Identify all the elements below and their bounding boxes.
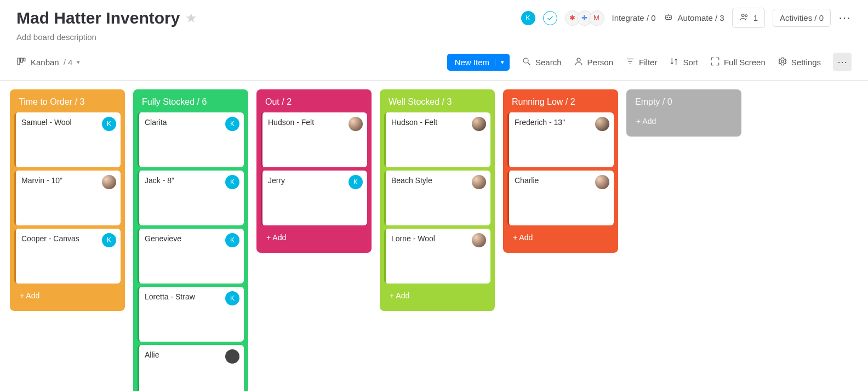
- svg-line-10: [528, 63, 530, 65]
- kanban-card[interactable]: JerryK: [261, 171, 367, 225]
- assignee-avatar[interactable]: K: [225, 233, 239, 247]
- assignee-avatar[interactable]: K: [349, 175, 363, 189]
- card-title: Hudson - Felt: [268, 118, 314, 127]
- assignee-avatar[interactable]: K: [102, 117, 116, 131]
- filter-label: Filter: [639, 58, 657, 67]
- assignee-avatar[interactable]: K: [225, 291, 239, 305]
- svg-rect-0: [665, 15, 671, 20]
- add-card-button[interactable]: + Add: [631, 112, 737, 130]
- add-card-button[interactable]: + Add: [384, 287, 490, 304]
- new-item-button[interactable]: New Item ▾: [447, 54, 510, 71]
- add-card-button[interactable]: + Add: [261, 229, 367, 246]
- kanban-board: Time to Order / 3Samuel - WoolKMarvin - …: [0, 81, 868, 391]
- kanban-card[interactable]: Lorne - Wool: [384, 229, 490, 284]
- activities-label: Activities / 0: [780, 13, 824, 22]
- integration-icon-3[interactable]: M: [589, 10, 604, 26]
- column-title[interactable]: Well Stocked / 3: [384, 95, 490, 112]
- search-tool[interactable]: Search: [522, 56, 562, 68]
- kanban-card[interactable]: GenevieveK: [138, 229, 244, 284]
- svg-point-9: [523, 58, 528, 63]
- kanban-column: Fully Stocked / 6ClaritaKJack - 8"KGenev…: [133, 89, 248, 391]
- gear-icon: [778, 56, 787, 68]
- kanban-card[interactable]: Hudson - Felt: [384, 112, 490, 167]
- chevron-down-icon[interactable]: ▾: [495, 59, 504, 66]
- view-switcher[interactable]: Kanban / 4 ▾: [16, 56, 80, 68]
- column-title[interactable]: Fully Stocked / 6: [138, 95, 244, 112]
- members-count: 1: [753, 13, 758, 22]
- kanban-card[interactable]: Beach Style: [384, 171, 490, 225]
- column-title[interactable]: Time to Order / 3: [14, 95, 121, 112]
- add-card-button[interactable]: + Add: [507, 229, 614, 246]
- favorite-star-icon[interactable]: ★: [185, 10, 197, 26]
- last-seen-icon[interactable]: [543, 11, 557, 25]
- assignee-avatar[interactable]: [472, 233, 486, 247]
- card-title: Jack - 8": [145, 176, 174, 185]
- svg-point-4: [741, 14, 744, 17]
- toolbar-right: New Item ▾ Search Person Filter Sort: [447, 53, 852, 71]
- kanban-card[interactable]: Samuel - WoolK: [14, 112, 121, 167]
- filter-tool[interactable]: Filter: [625, 56, 657, 68]
- svg-rect-8: [24, 58, 25, 61]
- assignee-avatar[interactable]: [595, 175, 609, 189]
- assignee-avatar[interactable]: K: [225, 175, 239, 189]
- kanban-card[interactable]: Loretta - StrawK: [138, 287, 244, 342]
- assignee-avatar[interactable]: [595, 117, 609, 131]
- board-title[interactable]: Mad Hatter Inventory: [16, 9, 180, 27]
- column-title[interactable]: Empty / 0: [631, 95, 737, 112]
- activities-button[interactable]: Activities / 0: [773, 9, 831, 27]
- person-tool[interactable]: Person: [574, 56, 614, 68]
- sort-tool[interactable]: Sort: [669, 56, 698, 68]
- assignee-avatar[interactable]: K: [102, 233, 116, 247]
- chevron-down-icon: ▾: [77, 59, 80, 66]
- assignee-avatar[interactable]: [472, 175, 486, 189]
- kanban-column: Empty / 0+ Add: [626, 89, 741, 137]
- column-title[interactable]: Out / 2: [261, 95, 367, 112]
- title-row: Mad Hatter Inventory ★ K ✱ ✚ M Integrate…: [16, 8, 852, 28]
- fullscreen-tool[interactable]: Full Screen: [710, 56, 766, 68]
- robot-icon: [664, 12, 673, 24]
- kanban-card[interactable]: Jack - 8"K: [138, 171, 244, 225]
- card-title: Lorne - Wool: [391, 234, 435, 243]
- column-title[interactable]: Running Low / 2: [507, 95, 614, 112]
- user-avatar[interactable]: K: [521, 11, 535, 25]
- more-header-icon[interactable]: ⋯: [838, 11, 852, 25]
- card-title: Jerry: [268, 176, 285, 185]
- assignee-avatar[interactable]: [349, 117, 363, 131]
- view-label: Kanban: [31, 58, 59, 67]
- fullscreen-icon: [710, 56, 720, 68]
- board-toolbar: Kanban / 4 ▾ New Item ▾ Search Person Fi…: [0, 42, 868, 81]
- kanban-icon: [16, 56, 26, 68]
- card-title: Frederich - 13": [515, 118, 565, 127]
- fullscreen-label: Full Screen: [724, 58, 766, 67]
- svg-point-5: [745, 15, 747, 17]
- add-card-button[interactable]: + Add: [14, 287, 121, 304]
- kanban-card[interactable]: Hudson - Felt: [261, 112, 367, 167]
- integration-icons: ✱ ✚ M: [565, 10, 604, 26]
- more-toolbar-button[interactable]: ⋯: [833, 53, 852, 71]
- card-title: Samuel - Wool: [21, 118, 72, 127]
- svg-point-2: [669, 17, 670, 18]
- assignee-avatar[interactable]: [225, 349, 239, 364]
- people-icon: [739, 12, 749, 24]
- kanban-card[interactable]: ClaritaK: [138, 112, 244, 167]
- kanban-card[interactable]: Charlie: [507, 171, 614, 225]
- automate-button[interactable]: Automate / 3: [664, 12, 724, 24]
- members-button[interactable]: 1: [732, 8, 765, 28]
- assignee-avatar[interactable]: K: [225, 117, 239, 131]
- kanban-card[interactable]: Cooper - CanvasK: [14, 229, 121, 284]
- settings-label: Settings: [791, 58, 821, 67]
- kanban-column: Out / 2Hudson - FeltJerryK+ Add: [256, 89, 372, 253]
- automate-label: Automate / 3: [678, 13, 724, 22]
- kanban-card[interactable]: Marvin - 10": [14, 171, 121, 225]
- assignee-avatar[interactable]: [472, 117, 486, 131]
- header-actions: K ✱ ✚ M Integrate / 0 Automate / 3: [521, 8, 852, 28]
- card-title: Clarita: [145, 118, 167, 127]
- settings-tool[interactable]: Settings: [778, 56, 821, 68]
- svg-rect-7: [21, 58, 23, 63]
- integrate-button[interactable]: Integrate / 0: [612, 13, 656, 22]
- card-title: Charlie: [515, 176, 539, 185]
- kanban-card[interactable]: Allie: [138, 345, 244, 391]
- assignee-avatar[interactable]: [102, 175, 116, 189]
- board-description[interactable]: Add board description: [16, 32, 852, 42]
- kanban-card[interactable]: Frederich - 13": [507, 112, 614, 167]
